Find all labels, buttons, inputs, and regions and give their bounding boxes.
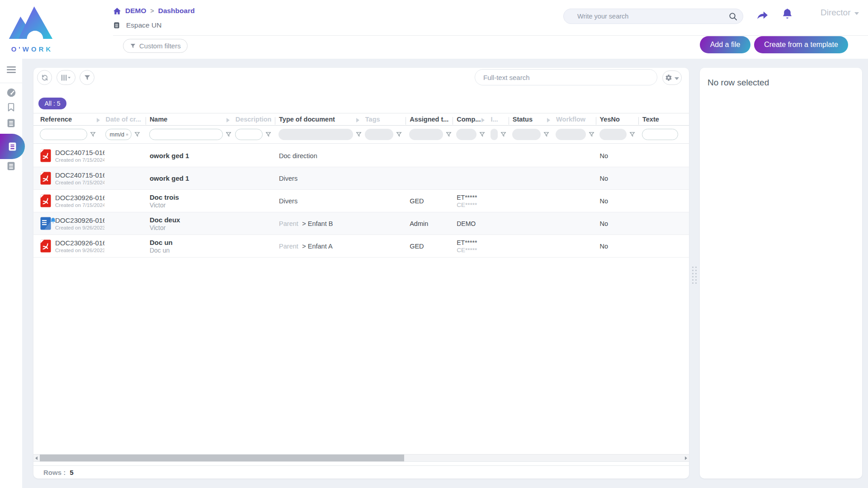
add-file-button[interactable]: Add a file: [700, 36, 750, 53]
column-header-i[interactable]: I...: [489, 116, 511, 123]
row-company: ET*****: [457, 194, 489, 201]
column-header-name[interactable]: Name: [148, 116, 234, 123]
row-assigned: Admin: [408, 220, 455, 227]
custom-filters-button[interactable]: Custom filters: [123, 39, 188, 53]
row-name: owork ged 1: [150, 174, 234, 182]
assigned-filter-disabled: [409, 129, 443, 140]
funnel-icon[interactable]: [589, 131, 594, 137]
funnel-icon[interactable]: [629, 131, 635, 137]
table-row[interactable]: DOC230926-01608-0 Created on 9/26/2023 3…: [33, 235, 689, 258]
book-icon: [6, 161, 16, 171]
app-logo[interactable]: O'WORK: [7, 4, 57, 53]
sidebar-item-archives[interactable]: [0, 161, 22, 171]
breadcrumb-current[interactable]: Dashboard: [158, 7, 195, 15]
row-name-sub: Victor: [150, 202, 234, 209]
sidebar-item-dashboard[interactable]: [0, 88, 22, 98]
table-row[interactable]: DOC230926-01610-3 Created on 7/15/2024 2…: [33, 190, 689, 212]
share-icon[interactable]: [756, 9, 769, 21]
column-header-status[interactable]: Status: [511, 116, 555, 123]
row-created: Created on 9/26/2023 3:09:45 AM: [55, 225, 104, 230]
tab-all-documents[interactable]: All : 5: [38, 98, 66, 109]
breadcrumb-root[interactable]: DEMO: [125, 7, 146, 15]
sidebar-menu-toggle[interactable]: [0, 66, 22, 74]
sidebar-divider: [0, 83, 22, 83]
filter-funnel-icon: [84, 74, 91, 81]
funnel-icon[interactable]: [500, 131, 506, 137]
column-header-description[interactable]: Description: [234, 116, 278, 123]
column-header-workflow[interactable]: Workflow: [555, 116, 598, 123]
column-header-yesno[interactable]: YesNo: [599, 116, 641, 123]
filter-button[interactable]: [80, 70, 94, 85]
scroll-right-arrow-icon[interactable]: [685, 456, 687, 460]
pdf-file-icon: [40, 172, 51, 185]
row-created: Created on 7/15/2024 2:45:08 AM: [55, 180, 104, 185]
sidebar-item-library[interactable]: [0, 118, 22, 128]
workspace-name: Espace UN: [126, 21, 161, 29]
column-header-date-created[interactable]: Date of cr...: [104, 116, 148, 123]
reference-filter-input[interactable]: [40, 129, 87, 140]
table-row[interactable]: DOC230926-01609-0 Created on 9/26/2023 3…: [33, 212, 689, 235]
funnel-icon[interactable]: [226, 131, 231, 137]
sidebar-item-documents-active[interactable]: [0, 134, 25, 159]
fulltext-search-input[interactable]: [475, 70, 657, 85]
sidebar-item-bookmarks[interactable]: [0, 102, 22, 112]
row-yesno: No: [599, 243, 641, 250]
columns-icon: [61, 74, 71, 81]
funnel-icon[interactable]: [265, 131, 271, 137]
scroll-left-arrow-icon[interactable]: [35, 456, 38, 460]
hamburger-icon: [7, 66, 16, 74]
funnel-icon[interactable]: [396, 131, 402, 137]
funnel-icon[interactable]: [543, 131, 549, 137]
workflow-filter-disabled: [556, 129, 586, 140]
funnel-icon[interactable]: [356, 131, 362, 137]
pdf-file-icon: [40, 194, 51, 207]
user-role-dropdown[interactable]: Director: [821, 8, 859, 18]
row-yesno: No: [599, 197, 641, 205]
row-name: Doc un: [150, 239, 234, 246]
table-row[interactable]: DOC240715-01630-0 Created on 7/15/2024 2…: [33, 167, 689, 190]
date-filter-input[interactable]: mm/d: [105, 129, 132, 140]
funnel-icon[interactable]: [90, 131, 96, 137]
book-icon: [6, 118, 16, 128]
global-search[interactable]: [563, 9, 743, 24]
columns-visibility-button[interactable]: [57, 70, 75, 85]
column-header-texte[interactable]: Texte: [641, 116, 689, 123]
gear-icon: [665, 74, 672, 81]
row-reference: DOC230926-01608-0: [55, 239, 104, 247]
scrollbar-thumb[interactable]: [40, 455, 404, 461]
table-row[interactable]: DOC240715-01636-0 Created on 7/15/2024 2…: [33, 145, 689, 167]
funnel-icon[interactable]: [134, 131, 140, 137]
header-divider: [113, 35, 868, 36]
horizontal-scrollbar[interactable]: [33, 454, 689, 462]
column-header-tags[interactable]: Tags: [364, 116, 408, 123]
logo-mountain-icon: [7, 4, 54, 42]
chevron-down-icon: [854, 12, 859, 15]
no-row-selected-message: No row selected: [700, 68, 862, 98]
row-reference: DOC240715-01630-0: [55, 171, 104, 179]
row-name-sub: Doc un: [150, 247, 234, 254]
company-filter-disabled: [456, 129, 476, 140]
row-type: Divers: [279, 197, 297, 205]
refresh-button[interactable]: [37, 70, 52, 85]
column-header-company[interactable]: Comp...: [455, 116, 489, 123]
book-icon: [8, 142, 17, 151]
column-header-type-of-document[interactable]: Type of document: [278, 116, 364, 123]
row-name: owork ged 1: [150, 152, 234, 160]
table-settings-button[interactable]: [662, 70, 682, 85]
search-icon[interactable]: [728, 12, 738, 21]
panel-resize-handle[interactable]: [691, 266, 698, 286]
global-search-input[interactable]: [577, 9, 722, 23]
name-filter-input[interactable]: [149, 129, 223, 140]
fulltext-search[interactable]: [475, 69, 657, 85]
column-header-assigned-to[interactable]: Assigned t...: [408, 116, 455, 123]
description-filter-input[interactable]: [235, 129, 263, 140]
table-footer: Rows : 5: [33, 465, 689, 479]
funnel-icon[interactable]: [446, 131, 452, 137]
yesno-filter-disabled: [599, 129, 627, 140]
logo-text: O'WORK: [7, 45, 57, 53]
column-header-reference[interactable]: Reference: [39, 116, 104, 123]
bell-icon[interactable]: [781, 8, 793, 21]
funnel-icon[interactable]: [479, 131, 485, 137]
texte-filter-input[interactable]: [642, 129, 678, 140]
create-from-template-button[interactable]: Create from a template: [754, 36, 848, 53]
